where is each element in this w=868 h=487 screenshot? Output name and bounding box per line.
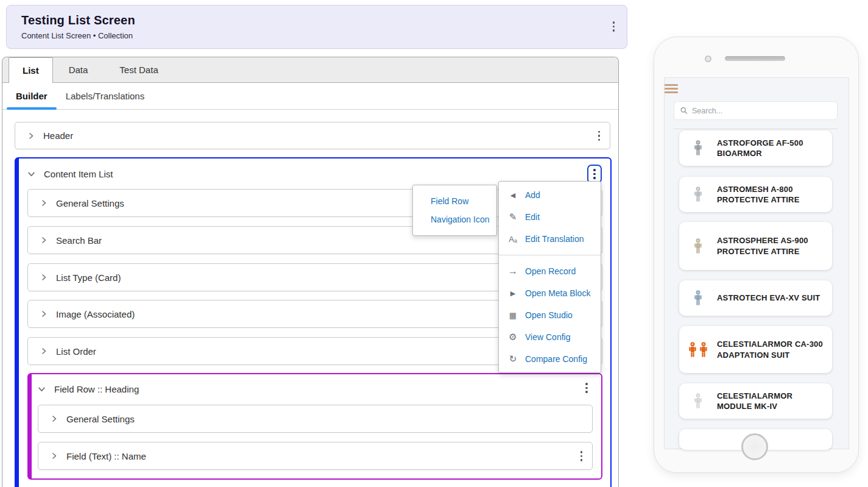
builder-row-field-text-name[interactable]: Field (Text) :: Name xyxy=(38,442,593,470)
subtab-builder[interactable]: Builder xyxy=(7,83,57,109)
menu-separator xyxy=(499,255,601,255)
item-thumbnail xyxy=(679,237,717,255)
camera-dot-icon xyxy=(705,55,711,62)
tab-bar: List Data Test Data xyxy=(2,57,618,83)
row-label: List Type (Card) xyxy=(56,272,121,283)
item-title: ASTROTECH EVA-XV SUIT xyxy=(717,293,826,303)
item-thumbnail xyxy=(679,341,717,359)
content-item-list-kebab-focus xyxy=(587,165,602,183)
screen-header-card: Testing List Screen Content List Screen … xyxy=(6,5,627,49)
item-title: ASTROMESH A-800 PROTECTIVE ATTIRE xyxy=(717,184,832,205)
add-submenu: Field Row Navigation Icon xyxy=(412,185,497,236)
chevron-right-icon xyxy=(40,347,48,355)
item-title: ASTROFORGE AF-500 BIOARMOR xyxy=(717,138,832,158)
preview-search-bar[interactable] xyxy=(674,101,838,120)
chevron-down-icon xyxy=(38,385,46,393)
list-item[interactable]: ASTROTECH EVA-XV SUIT xyxy=(679,280,832,316)
menu-item-edit-translation[interactable]: Aₐ Edit Translation xyxy=(499,228,601,250)
row-kebab-menu-button[interactable] xyxy=(582,380,591,396)
item-title: CELESTIALARMOR CA-300 ADAPTATION SUIT xyxy=(717,339,832,360)
chevron-right-icon xyxy=(51,415,58,422)
menu-item-label: Open Record xyxy=(525,266,576,276)
translation-icon: Aₐ xyxy=(507,235,518,244)
row-label: Field (Text) :: Name xyxy=(66,451,146,461)
home-button[interactable] xyxy=(741,433,768,460)
menu-item-add[interactable]: ◀ Add xyxy=(499,184,601,206)
menu-item-label: Open Studio xyxy=(525,310,573,320)
tab-list[interactable]: List xyxy=(9,57,53,83)
row-kebab-menu-button[interactable] xyxy=(595,128,604,143)
builder-row-content-item-list[interactable]: Content Item List xyxy=(27,165,113,183)
chevron-right-icon xyxy=(51,452,58,460)
chevron-down-icon xyxy=(27,170,35,178)
menu-item-label: Compare Config xyxy=(525,354,587,364)
row-label: General Settings xyxy=(56,198,124,208)
page-title: Testing List Screen xyxy=(21,13,612,27)
add-icon: ◀ xyxy=(507,191,518,199)
subtab-bar: Builder Labels/Translations xyxy=(2,83,618,110)
menu-item-label: View Config xyxy=(525,332,570,342)
row-label: Image (Associated) xyxy=(56,309,135,319)
item-thumbnail xyxy=(679,185,717,204)
list-item[interactable]: ASTROSPHERE AS-900 PROTECTIVE ATTIRE xyxy=(679,222,832,270)
search-icon xyxy=(680,107,688,115)
menu-item-label: Edit Translation xyxy=(525,234,584,244)
builder-row-field-row-heading[interactable]: Field Row :: Heading xyxy=(38,380,139,398)
item-thumbnail xyxy=(679,392,717,410)
header-kebab-menu-button[interactable] xyxy=(609,19,619,34)
row-kebab-menu-button-active[interactable] xyxy=(590,166,599,182)
item-thumbnail xyxy=(679,289,717,307)
item-thumbnail xyxy=(679,139,717,157)
submenu-item-field-row[interactable]: Field Row xyxy=(413,196,496,206)
gear-icon: ⚙ xyxy=(507,332,518,343)
row-label: Header xyxy=(43,130,73,141)
menu-item-view-config[interactable]: ⚙ View Config xyxy=(499,326,601,348)
list-item[interactable]: CELESTIALARMOR MODULE MK-IV xyxy=(679,383,832,419)
row-label: Field Row :: Heading xyxy=(54,384,139,394)
menu-item-label: Edit xyxy=(525,212,540,222)
divider xyxy=(674,129,838,129)
menu-item-open-studio[interactable]: ▦ Open Studio xyxy=(499,304,601,326)
hamburger-menu-icon[interactable] xyxy=(665,84,678,95)
row-label: Content Item List xyxy=(44,169,113,179)
chevron-right-icon xyxy=(27,132,35,140)
studio-grid-icon: ▦ xyxy=(507,311,518,320)
chevron-right-icon xyxy=(40,274,48,281)
menu-item-open-record[interactable]: → Open Record xyxy=(499,260,601,282)
tab-test-data[interactable]: Test Data xyxy=(104,57,174,82)
row-kebab-menu-button[interactable] xyxy=(577,449,587,464)
menu-item-label: Open Meta Block xyxy=(525,288,590,298)
chevron-right-icon xyxy=(40,236,48,244)
speaker-bar-icon xyxy=(725,56,785,61)
pencil-icon: ✎ xyxy=(507,212,518,222)
row-label: List Order xyxy=(56,346,96,357)
row-label: General Settings xyxy=(66,414,135,424)
list-item[interactable]: ASTROFORGE AF-500 BIOARMOR xyxy=(679,130,832,166)
play-icon: ▶ xyxy=(507,290,518,297)
chevron-right-icon xyxy=(40,310,48,318)
list-item[interactable]: CELESTIALARMOR CA-300 ADAPTATION SUIT xyxy=(679,326,832,373)
submenu-item-navigation-icon[interactable]: Navigation Icon xyxy=(413,215,496,224)
sync-icon: ↻ xyxy=(507,354,518,364)
row-label: Search Bar xyxy=(56,235,102,246)
search-input[interactable] xyxy=(692,107,831,115)
tab-data[interactable]: Data xyxy=(53,57,104,82)
builder-row-field-general-settings[interactable]: General Settings xyxy=(38,405,593,433)
menu-item-label: Add xyxy=(525,190,540,200)
chevron-right-icon xyxy=(40,199,48,207)
page-subtitle: Content List Screen • Collection xyxy=(21,31,612,40)
context-menu: ◀ Add ✎ Edit Aₐ Edit Translation → Open … xyxy=(498,181,601,373)
subtab-labels-translations[interactable]: Labels/Translations xyxy=(57,83,154,109)
builder-row-header[interactable]: Header xyxy=(15,122,610,149)
menu-item-edit[interactable]: ✎ Edit xyxy=(499,206,601,228)
menu-item-open-meta-block[interactable]: ▶ Open Meta Block xyxy=(499,282,601,304)
list-item[interactable]: ASTROMESH A-800 PROTECTIVE ATTIRE xyxy=(679,177,832,212)
arrow-right-icon: → xyxy=(507,266,518,277)
item-title: ASTROSPHERE AS-900 PROTECTIVE ATTIRE xyxy=(717,235,832,256)
item-title: CELESTIALARMOR MODULE MK-IV xyxy=(717,391,832,411)
menu-item-compare-config[interactable]: ↻ Compare Config xyxy=(499,348,601,370)
